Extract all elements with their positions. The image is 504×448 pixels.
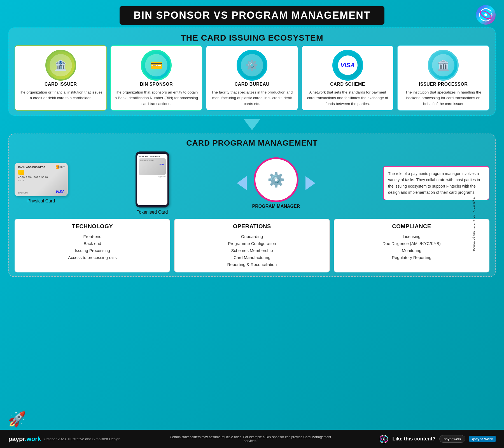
- eco-card-title-bin-sponsor: BIN SPONSOR: [140, 82, 173, 87]
- footer-globe-logo: [379, 435, 388, 444]
- cpm-col-title-operations: OPERATIONS: [178, 223, 326, 230]
- footer-linkedin[interactable]: /paypr-work: [469, 436, 496, 442]
- cpm-bottom-row: TECHNOLOGY Front-end Back end Issuing Pr…: [15, 219, 489, 272]
- eco-card-title-card-scheme: CARD SCHEME: [330, 82, 365, 87]
- svg-point-3: [484, 13, 487, 16]
- eco-icon-bubble-issuer-processor: 🏛️: [428, 50, 459, 81]
- pm-middle-section: ⚙️ PROGRAM MANAGER: [237, 157, 316, 209]
- tech-item-1: Front-end: [18, 233, 166, 240]
- eco-icon-bubble-card-issuer: 🏦: [45, 50, 76, 81]
- tokenised-card-wrapper: BANK ABC BUSINESS 4500 1234 5678 9010 VI…: [136, 151, 169, 215]
- eco-card-bin-sponsor: 💳 BIN SPONSOR The organization that spon…: [110, 45, 203, 111]
- eco-icon-bubble-card-scheme: VISA: [332, 50, 363, 81]
- side-text: Paypr.work. No Alterations permitted.: [473, 196, 476, 252]
- eco-card-issuer-processor: 🏛️ ISSUER PROCESSOR The institution that…: [397, 45, 489, 111]
- physical-card-wrapper: BANK ABC BUSINESS 📶 DEBIT 4500 1234 5678…: [15, 163, 68, 204]
- main-title: BIN SPONSOR VS PROGRAM MANAGEMENT: [120, 6, 384, 25]
- phone-bank-name: BANK ABC BUSINESS: [139, 155, 166, 157]
- svg-point-7: [383, 438, 385, 440]
- pm-arrow-left-icon: [237, 176, 247, 190]
- footer-right: Like this content? paypr.work /paypr-wor…: [379, 435, 496, 444]
- eco-card-desc-card-bureau: The facility that specializes in the pro…: [210, 90, 294, 107]
- card-visa-logo: VISA: [55, 189, 65, 194]
- cpm-section: CARD PROGRAM MANAGEMENT BANK ABC BUSINES…: [8, 134, 496, 277]
- tech-item-4: Access to processing rails: [18, 254, 166, 261]
- comp-item-1: Licensing: [338, 233, 486, 240]
- eco-card-card-scheme: VISA CARD SCHEME A network that sets the…: [302, 45, 394, 111]
- eco-icon-bubble-bin-sponsor: 💳: [141, 50, 172, 81]
- pm-label: PROGRAM MANAGER: [252, 204, 300, 209]
- logo-top-right: [476, 5, 496, 25]
- pm-bubble: ⚙️: [254, 157, 298, 202]
- ops-item-5: Reporting & Reconciliation: [178, 261, 326, 268]
- footer-left: paypr.work October 2023. Illustrative an…: [8, 435, 122, 443]
- phone-card-mini: 4500 1234 5678 9010 VISA: [139, 158, 166, 175]
- eco-card-desc-bin-sponsor: The organization that sponsors an entity…: [114, 90, 199, 107]
- visa-icon: VISA: [338, 55, 358, 75]
- arrow-down-wrapper: [0, 119, 504, 130]
- footer-disclaimer: Certain stakeholders may assume multiple…: [167, 435, 335, 443]
- footer-globe-icon: [379, 435, 388, 444]
- cpm-col-title-compliance: COMPLIANCE: [338, 223, 486, 230]
- comp-item-3: Monitoring: [338, 247, 486, 254]
- bank-icon: 🏦: [50, 54, 72, 76]
- pm-info-text: The role of a payments program manager i…: [388, 171, 480, 195]
- footer-date-info: October 2023. Illustrative and Simplifie…: [44, 437, 121, 441]
- comp-item-4: Regulatory Reporting: [338, 254, 486, 261]
- cpm-col-items-compliance: Licensing Due Diligence (AML/KYC/KYB) Mo…: [338, 233, 486, 261]
- pm-bubble-wrapper: ⚙️ PROGRAM MANAGER: [252, 157, 300, 209]
- eco-card-card-bureau: ⚙️ CARD BUREAU The facility that special…: [206, 45, 298, 111]
- phone-paypr-logo: paypr.work: [139, 176, 166, 178]
- cpm-col-items-operations: Onboarding Programme Configuration Schem…: [178, 233, 326, 268]
- ops-item-4: Card Manufacturing: [178, 254, 326, 261]
- arrow-down-icon: [244, 119, 260, 130]
- gear-card-icon: ⚙️: [241, 54, 263, 76]
- ops-item-3: Schemes Membership: [178, 247, 326, 254]
- phone-screen: BANK ABC BUSINESS 4500 1234 5678 9010 VI…: [137, 154, 167, 205]
- cpm-col-compliance: COMPLIANCE Licensing Due Diligence (AML/…: [334, 219, 489, 272]
- ecosystem-title: THE CARD ISSUING ECOSYSTEM: [15, 33, 489, 43]
- pm-info-box: The role of a payments program manager i…: [383, 166, 489, 200]
- tech-item-3: Issuing Processing: [18, 247, 166, 254]
- phone: BANK ABC BUSINESS 4500 1234 5678 9010 VI…: [136, 151, 169, 207]
- eco-card-desc-card-issuer: The organization or financial institutio…: [18, 90, 103, 101]
- eco-card-title-card-issuer: CARD ISSUER: [45, 82, 77, 87]
- institution-icon: 🏛️: [432, 54, 454, 76]
- rocket-wrapper: 🚀: [8, 411, 26, 428]
- cpm-col-operations: OPERATIONS Onboarding Programme Configur…: [174, 219, 330, 272]
- footer: paypr.work October 2023. Illustrative an…: [0, 430, 504, 448]
- eco-card-title-issuer-processor: ISSUER PROCESSOR: [419, 82, 468, 87]
- pm-gear-icon: ⚙️: [267, 172, 285, 188]
- comp-item-2: Due Diligence (AML/KYC/KYB): [338, 240, 486, 247]
- cpm-top-row: BANK ABC BUSINESS 📶 DEBIT 4500 1234 5678…: [15, 151, 489, 215]
- credit-card-icon: 💳: [145, 54, 167, 76]
- card-number: 4500 1234 5678 9010: [18, 176, 64, 179]
- cpm-title: CARD PROGRAM MANAGEMENT: [15, 139, 489, 148]
- cpm-col-items-technology: Front-end Back end Issuing Processing Ac…: [18, 233, 166, 261]
- rocket-icon: 🚀: [8, 411, 26, 427]
- footer-logo: paypr.work: [8, 435, 41, 443]
- eco-card-desc-card-scheme: A network that sets the standards for pa…: [305, 90, 390, 107]
- pm-arrow-right-icon: [305, 176, 315, 190]
- footer-like-text: Like this content?: [392, 436, 435, 442]
- physical-card: BANK ABC BUSINESS 📶 DEBIT 4500 1234 5678…: [15, 163, 68, 196]
- card-debit-label: DEBIT: [58, 166, 65, 168]
- cpm-col-title-technology: TECHNOLOGY: [18, 223, 166, 230]
- footer-logo-suffix: .work: [25, 435, 41, 442]
- footer-badge: paypr.work: [439, 435, 465, 443]
- eco-icon-bubble-card-bureau: ⚙️: [237, 50, 267, 81]
- main-title-wrapper: BIN SPONSOR VS PROGRAM MANAGEMENT: [0, 0, 504, 25]
- ops-item-2: Programme Configuration: [178, 240, 326, 247]
- tech-item-2: Back end: [18, 240, 166, 247]
- ops-item-1: Onboarding: [178, 233, 326, 240]
- physical-card-label: Physical Card: [27, 199, 55, 204]
- eco-card-card-issuer: 🏦 CARD ISSUER The organization or financ…: [15, 45, 107, 111]
- card-expiry: 03/24: [18, 179, 64, 182]
- tokenised-card-label: Tokenised Card: [137, 210, 168, 215]
- ecosystem-cards: 🏦 CARD ISSUER The organization or financ…: [15, 45, 489, 111]
- eco-card-desc-issuer-processor: The institution that specializes in hand…: [401, 90, 486, 107]
- card-paypr-logo: paypr.work: [18, 192, 28, 194]
- cpm-col-technology: TECHNOLOGY Front-end Back end Issuing Pr…: [15, 219, 170, 272]
- eco-card-title-card-bureau: CARD BUREAU: [235, 82, 270, 87]
- card-chip-icon: [18, 170, 24, 175]
